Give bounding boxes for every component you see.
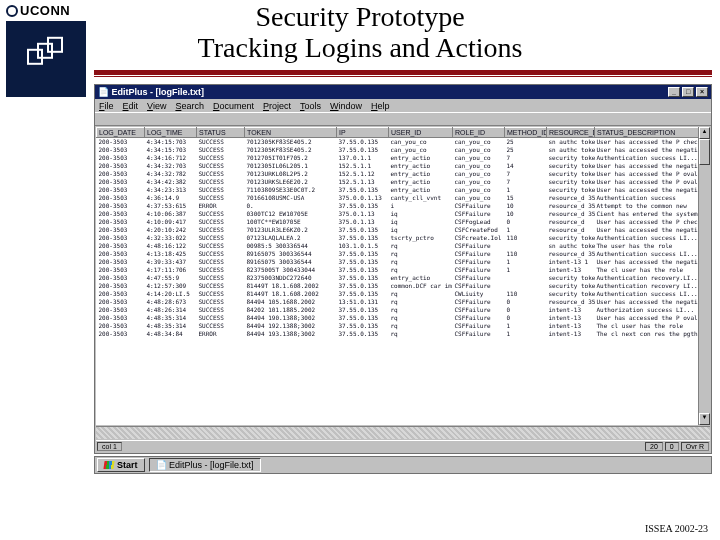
table-row[interactable]: 200-35034:17:11:706SUCCESS82375005T 3004… bbox=[97, 266, 699, 274]
taskbar-item[interactable]: 📄 EditPlus - [logFile.txt] bbox=[149, 458, 261, 472]
menu-edit[interactable]: Edit bbox=[123, 101, 139, 111]
table-row[interactable]: 200-35034:34:32:782SUCCESS70123URKL08L2P… bbox=[97, 170, 699, 178]
table-row[interactable]: 200-35034:36:14.9SUCCESS70166108USMC-USA… bbox=[97, 194, 699, 202]
maximize-button[interactable]: □ bbox=[682, 87, 694, 97]
table-row[interactable]: 200-35034:34:32:703SUCCESS7012305IL06L20… bbox=[97, 162, 699, 170]
menu-window[interactable]: Window bbox=[330, 101, 362, 111]
table-row[interactable]: 200-35034:34:15:703SUCCESS7012305KF83SE4… bbox=[97, 146, 699, 154]
col-log_time[interactable]: LOG_TIME bbox=[145, 128, 197, 138]
scroll-up-button[interactable]: ▲ bbox=[699, 127, 710, 139]
table-row[interactable]: 200-35034:10:09:417SUCCESS100TC**EW10705… bbox=[97, 218, 699, 226]
table-row[interactable]: 200-35034:34:15:703SUCCESS7012305KF83SE4… bbox=[97, 138, 699, 146]
table-row[interactable]: 200-35034:48:28:673SUCCESS84494 105.1688… bbox=[97, 298, 699, 306]
statusbar: col 1 20 0 Ovr R bbox=[96, 440, 710, 452]
col-status[interactable]: STATUS bbox=[197, 128, 245, 138]
slide-title: Security PrototypeTracking Logins and Ac… bbox=[0, 2, 720, 64]
col-method_id[interactable]: METHOD_ID bbox=[505, 128, 547, 138]
start-button[interactable]: Start bbox=[97, 458, 145, 472]
col-user_id[interactable]: USER_ID bbox=[389, 128, 453, 138]
status-cursor: 20 bbox=[645, 442, 663, 451]
menu-search[interactable]: Search bbox=[175, 101, 204, 111]
table-row[interactable]: 200-35034:34:23:313SUCCESS71103809SE33E0… bbox=[97, 186, 699, 194]
editor-window: 📄 EditPlus - [logFile.txt] _ □ × FileEdi… bbox=[94, 84, 712, 454]
col-token[interactable]: TOKEN bbox=[245, 128, 337, 138]
slide-footer: ISSEA 2002-23 bbox=[645, 523, 708, 534]
table-row[interactable]: 200-35034:12:57:309SUCCESS81449T 18.1.60… bbox=[97, 282, 699, 290]
grid-header-row[interactable]: LOG_DATELOG_TIMESTATUSTOKENIPUSER_IDROLE… bbox=[97, 128, 699, 138]
table-row[interactable]: 200-35034:13:18:425SUCCESS89165075 30033… bbox=[97, 250, 699, 258]
menu-file[interactable]: File bbox=[99, 101, 114, 111]
log-grid[interactable]: LOG_DATELOG_TIMESTATUSTOKENIPUSER_IDROLE… bbox=[96, 127, 698, 425]
horizontal-scrollbar[interactable] bbox=[96, 426, 710, 439]
close-button[interactable]: × bbox=[696, 87, 708, 97]
col-role_id[interactable]: ROLE_ID bbox=[453, 128, 505, 138]
table-row[interactable]: 200-35034:37:53:615ERROR0.37.55.0.135iCS… bbox=[97, 202, 699, 210]
table-row[interactable]: 200-35034:39:33:437SUCCESS89165075 30033… bbox=[97, 258, 699, 266]
title-rule bbox=[94, 70, 712, 75]
minimize-button[interactable]: _ bbox=[668, 87, 680, 97]
app-icon: 📄 bbox=[98, 87, 109, 97]
table-row[interactable]: 200-35034:48:26:314SUCCESS84202 101.1885… bbox=[97, 306, 699, 314]
col-resource_d[interactable]: RESOURCE_D bbox=[547, 128, 595, 138]
window-title: EditPlus - [logFile.txt] bbox=[112, 87, 205, 97]
menu-document[interactable]: Document bbox=[213, 101, 254, 111]
table-row[interactable]: 200-35034:20:10:242SUCCESS70123ULR3LE6KZ… bbox=[97, 226, 699, 234]
grid-body: 200-35034:34:15:703SUCCESS7012305KF83SE4… bbox=[97, 138, 699, 338]
status-mode: Ovr R bbox=[681, 442, 709, 451]
table-row[interactable]: 200-35034:48:16:122SUCCESS00985:5 300336… bbox=[97, 242, 699, 250]
menu-help[interactable]: Help bbox=[371, 101, 390, 111]
window-titlebar[interactable]: 📄 EditPlus - [logFile.txt] _ □ × bbox=[95, 85, 711, 99]
scroll-thumb[interactable] bbox=[699, 139, 710, 165]
scroll-down-button[interactable]: ▼ bbox=[699, 413, 710, 425]
taskbar[interactable]: Start 📄 EditPlus - [logFile.txt] bbox=[94, 456, 712, 474]
menu-project[interactable]: Project bbox=[263, 101, 291, 111]
status-line: col 1 bbox=[97, 442, 122, 451]
status-col: 0 bbox=[665, 442, 679, 451]
windows-icon bbox=[103, 461, 114, 469]
table-row[interactable]: 200-35034:48:34:84ERROR84494 193.1388;30… bbox=[97, 330, 699, 338]
menu-view[interactable]: View bbox=[147, 101, 166, 111]
menu-tools[interactable]: Tools bbox=[300, 101, 321, 111]
table-row[interactable]: 200-35034:48:35:314SUCCESS84494 192.1388… bbox=[97, 322, 699, 330]
title-rule-thin bbox=[94, 76, 712, 77]
toolbar[interactable] bbox=[95, 112, 711, 126]
table-row[interactable]: 200-35034:14:20:LI.5SUCCESS81449T 18.1.6… bbox=[97, 290, 699, 298]
table-row[interactable]: 200-35034:32:33:022SUCCESS07123LAQLALEA.… bbox=[97, 234, 699, 242]
table-row[interactable]: 200-35034:47:55:9SUCCESS82375003NDDC2726… bbox=[97, 274, 699, 282]
table-row[interactable]: 200-35034:10:06:387SUCCESS0300TC12 EW107… bbox=[97, 210, 699, 218]
col-status_description[interactable]: STATUS_DESCRIPTION bbox=[595, 128, 699, 138]
col-log_date[interactable]: LOG_DATE bbox=[97, 128, 145, 138]
menubar[interactable]: FileEditViewSearchDocumentProjectToolsWi… bbox=[95, 99, 711, 112]
table-row[interactable]: 200-35034:34:16:712SUCCESS7012705IT01F70… bbox=[97, 154, 699, 162]
table-row[interactable]: 200-35034:48:35:314SUCCESS84494 190.1388… bbox=[97, 314, 699, 322]
col-ip[interactable]: IP bbox=[337, 128, 389, 138]
table-row[interactable]: 200-35034:34:42:382SUCCESS70123URKSLE6E2… bbox=[97, 178, 699, 186]
vertical-scrollbar[interactable]: ▲ ▼ bbox=[698, 127, 710, 425]
